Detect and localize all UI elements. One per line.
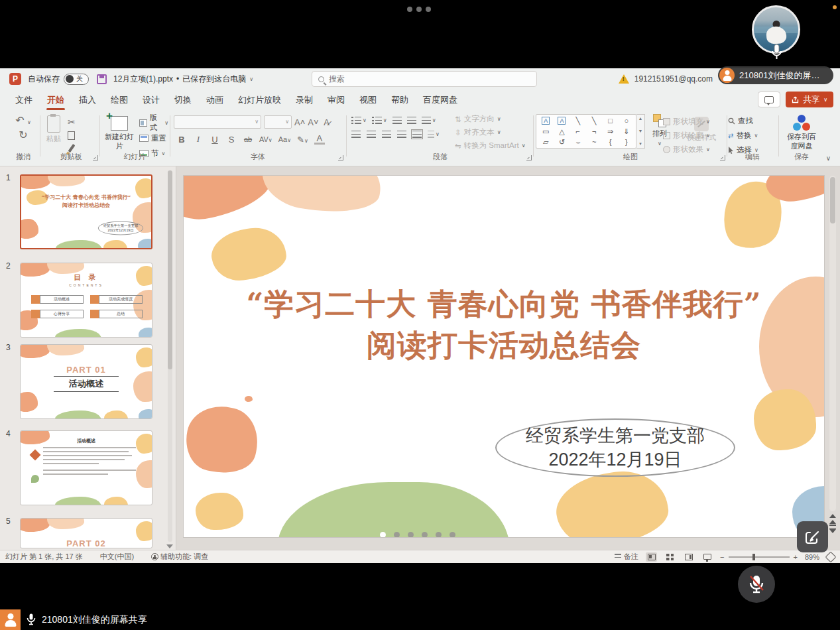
zoom-out-button[interactable]: − — [720, 553, 724, 561]
tab-home[interactable]: 开始 — [40, 90, 72, 110]
numbering-button[interactable]: ∨ — [372, 117, 387, 124]
slide-thumbnail-4[interactable]: 活动概述 — [20, 430, 152, 505]
rounded-rect-shape[interactable]: ▭ — [542, 127, 549, 136]
fit-slide-button[interactable] — [825, 551, 837, 562]
shadow-button[interactable]: S — [226, 135, 237, 145]
autosave-toggle[interactable]: 关 — [64, 74, 89, 85]
right-arrow-shape[interactable]: ⇒ — [607, 127, 613, 136]
underline-button[interactable]: U — [210, 135, 220, 145]
slide-thumbnail-2[interactable]: 目 录 CONTENTS 活动概述 活动完成情况 心得分享 总结 — [20, 263, 152, 338]
tab-animations[interactable]: 动画 — [199, 90, 231, 110]
shape-outline-button[interactable]: 形状轮廓∨ — [663, 131, 727, 141]
down-arrow-shape[interactable]: ⇓ — [623, 127, 629, 136]
slide-thumbnail-5[interactable]: PART 02 — [20, 518, 152, 548]
document-title[interactable]: 12月立项(1).pptx • 已保存到这台电脑 ∨ — [113, 74, 253, 85]
curve-shape[interactable]: ~ — [592, 138, 596, 146]
clear-format-button[interactable]: A̷ — [322, 117, 332, 127]
align-text-button[interactable]: ⇳对齐文本∨ — [455, 127, 526, 137]
autosave-control[interactable]: 自动保存 关 — [28, 74, 89, 85]
text-direction-button[interactable]: ⇅文字方向∨ — [455, 114, 526, 124]
save-to-baidu-button[interactable]: 保存到百度网盘 — [780, 113, 823, 151]
tab-slideshow[interactable]: 幻灯片放映 — [231, 90, 288, 110]
line-shape[interactable]: ╲ — [576, 117, 581, 125]
paste-button[interactable]: 粘贴 — [46, 115, 61, 153]
tab-transitions[interactable]: 切换 — [167, 90, 199, 110]
arrow-shape[interactable]: ╲ — [592, 117, 597, 125]
font-color-button[interactable]: A — [314, 134, 325, 145]
convert-smartart-button[interactable]: ⇋转换为 SmartArt∨ — [455, 141, 526, 151]
redo-button[interactable]: ↻ — [19, 130, 27, 141]
decrease-font-button[interactable]: A˅ — [308, 117, 318, 127]
previous-slide-button[interactable] — [829, 520, 836, 526]
change-case-button[interactable]: Aa∨ — [278, 135, 291, 143]
justify-button[interactable] — [397, 131, 406, 138]
tab-help[interactable]: 帮助 — [384, 90, 416, 110]
oval-shape[interactable]: ○ — [625, 117, 629, 125]
increase-indent-button[interactable] — [407, 117, 416, 124]
clipboard-dialog-launcher[interactable] — [93, 155, 98, 160]
zoom-in-button[interactable]: + — [794, 553, 798, 561]
tab-insert[interactable]: 插入 — [72, 90, 103, 110]
strikethrough-button[interactable]: ab — [243, 135, 253, 143]
font-name-combo[interactable] — [174, 115, 261, 129]
zoom-slider[interactable] — [729, 556, 790, 558]
slide-thumbnail-1[interactable]: “学习二十大 青春心向党 书香伴我行” 阅读打卡活动总结会 经贸系学生第一党支部… — [20, 174, 152, 249]
arc-shape[interactable]: ⌣ — [575, 138, 580, 147]
accessibility-status[interactable]: 辅助功能: 调查 — [151, 552, 208, 562]
meeting-menu-dots[interactable] — [407, 7, 431, 12]
slide-thumbnail-3[interactable]: PART 01 活动概述 — [20, 344, 152, 419]
normal-view-button[interactable] — [646, 552, 657, 562]
elbow-connector-shape[interactable]: ⌐ — [576, 127, 580, 135]
slide-subtitle-oval[interactable]: 经贸系学生第一党支部 2022年12月19日 — [495, 418, 735, 477]
textbox-icon[interactable]: A — [542, 117, 550, 125]
tab-record[interactable]: 录制 — [288, 90, 320, 110]
microphone-muted-button[interactable] — [738, 566, 775, 603]
tab-draw[interactable]: 绘图 — [103, 90, 135, 110]
reset-button[interactable]: 重置 — [139, 132, 168, 144]
align-right-button[interactable] — [382, 131, 391, 138]
tab-review[interactable]: 审阅 — [320, 90, 352, 110]
warning-icon[interactable] — [619, 74, 629, 84]
font-size-combo[interactable] — [264, 115, 292, 129]
comments-button[interactable] — [758, 92, 780, 107]
decrease-indent-button[interactable] — [392, 117, 402, 124]
highlight-button[interactable]: ✎∨ — [297, 135, 308, 145]
screen-share-badge[interactable]: 210801刘佳俊的屏… — [718, 66, 833, 84]
elbow-arrow-shape[interactable]: ¬ — [592, 127, 596, 135]
paragraph-dialog-launcher[interactable] — [526, 155, 532, 160]
tab-file[interactable]: 文件 — [8, 90, 40, 110]
language-indicator[interactable]: 中文(中国) — [100, 552, 134, 562]
shape-fill-button[interactable]: 形状填充∨ — [663, 117, 727, 127]
shape-effects-button[interactable]: 形状效果∨ — [663, 145, 727, 155]
thumbnail-scroll-down-arrow[interactable] — [166, 544, 173, 548]
collapse-ribbon-button[interactable]: ∨ — [826, 155, 831, 162]
annotation-tool-button[interactable] — [797, 521, 828, 552]
increase-font-button[interactable]: A˄ — [294, 117, 305, 127]
thumbnail-scrollbar[interactable] — [168, 170, 172, 542]
next-slide-button[interactable] — [829, 528, 836, 534]
current-slide[interactable]: “学习二十大 青春心向党 书香伴我行” 阅读打卡活动总结会 经贸系学生第一党支部… — [184, 176, 824, 537]
layout-button[interactable]: 版式∨ — [139, 117, 168, 129]
align-center-button[interactable] — [367, 131, 376, 138]
textbox-vertical-icon[interactable]: A — [558, 117, 566, 125]
shape-gallery[interactable]: A A ╲ ╲ □ ○ ▭ △ ⌐ ¬ ⇒ ⇓ ▱ ↺ ⌣ — [536, 114, 636, 149]
columns-button[interactable] — [412, 131, 422, 138]
account-email[interactable]: 1912151951@qq.com — [634, 74, 713, 84]
search-input[interactable]: 搜索 — [312, 71, 537, 87]
undo-button[interactable]: ↶ ∨ — [15, 115, 31, 126]
right-brace-shape[interactable]: } — [625, 138, 628, 146]
bullets-button[interactable]: ∨ — [351, 117, 367, 124]
font-dialog-launcher[interactable] — [338, 155, 343, 160]
triangle-shape[interactable]: △ — [559, 127, 564, 136]
zoom-slider-knob[interactable] — [752, 554, 755, 560]
line-spacing-button[interactable]: ∨ — [422, 117, 436, 124]
zoom-level[interactable]: 89% — [805, 553, 819, 561]
italic-button[interactable]: I — [193, 134, 204, 145]
tab-baidu-netdisk[interactable]: 百度网盘 — [416, 90, 465, 110]
slide-sorter-view-button[interactable] — [664, 552, 676, 562]
copy-button[interactable] — [68, 131, 75, 140]
left-brace-shape[interactable]: { — [609, 138, 612, 146]
tab-design[interactable]: 设计 — [135, 90, 167, 110]
slideshow-button[interactable] — [701, 552, 713, 562]
notes-button[interactable]: 备注 — [615, 552, 638, 562]
